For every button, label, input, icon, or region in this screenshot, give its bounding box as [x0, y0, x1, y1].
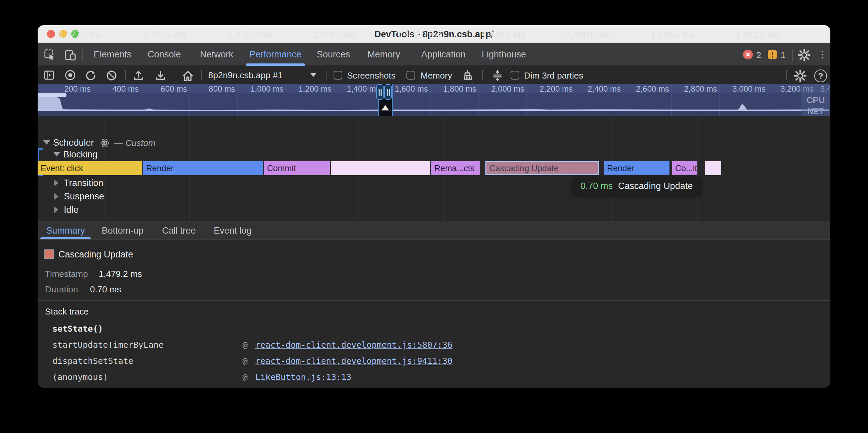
- tab-elements[interactable]: Elements: [91, 43, 134, 66]
- summary-timestamp-value: 1,479.2 ms: [99, 269, 142, 279]
- event-color-swatch: [44, 249, 54, 259]
- tab-lighthouse[interactable]: Lighthouse: [479, 43, 529, 66]
- download-profile-icon[interactable]: [155, 69, 166, 83]
- track-scheduler-note: — Custom: [114, 138, 156, 148]
- flame-bar-remaining-effects[interactable]: Rema...cts: [431, 161, 480, 175]
- devtools-window: DevTools - 8p2n9n.csb.app/ Elements Cons…: [38, 25, 830, 388]
- track-selection-bracket-top: [38, 148, 43, 150]
- bottom-panel-tabbar: Summary Bottom-up Call tree Event log: [38, 222, 830, 240]
- tooltip-label: Cascading Update: [618, 181, 693, 191]
- target-select-caret-icon[interactable]: [310, 73, 316, 77]
- event-tooltip: 0.70 msCascading Update: [573, 177, 700, 195]
- flame-bar-lavender[interactable]: [331, 161, 430, 175]
- stack-frame-fn: dispatchSetState: [53, 356, 133, 366]
- toolbar-separator: [174, 70, 174, 80]
- transition-expand-icon[interactable]: [54, 179, 58, 187]
- stack-frame-fn: startUpdateTimerByLane: [53, 340, 163, 350]
- track-transition-label[interactable]: Transition: [64, 177, 103, 189]
- track-idle-label[interactable]: Idle: [64, 204, 79, 215]
- ruler-tick: 1,480.0 ms: [535, 25, 610, 44]
- suspense-expand-icon[interactable]: [54, 193, 58, 200]
- ruler-tick: 1,479.0 ms: [366, 25, 440, 44]
- tab-console[interactable]: Console: [145, 43, 184, 66]
- error-count[interactable]: 2: [756, 51, 761, 60]
- ruler-tick: 1,478.0 ms: [196, 25, 271, 44]
- source-link[interactable]: react-dom-client.development.js:9411:30: [255, 356, 453, 366]
- device-toolbar-icon[interactable]: [64, 49, 76, 63]
- flame-bar-lavender-2[interactable]: [705, 161, 721, 175]
- memory-checkbox[interactable]: [406, 71, 415, 79]
- tab-performance[interactable]: Performance: [245, 43, 306, 66]
- idle-expand-icon[interactable]: [54, 206, 58, 213]
- ruler-tick: 1,480.5 ms: [620, 25, 694, 44]
- tab-memory[interactable]: Memory: [361, 43, 406, 66]
- memory-label[interactable]: Memory: [421, 70, 452, 81]
- ruler-tick: 1,478.5 ms: [281, 25, 356, 44]
- inspect-element-icon[interactable]: [44, 49, 56, 63]
- summary-event-title: Cascading Update: [58, 249, 133, 260]
- tooltip-duration: 0.70 ms: [581, 181, 613, 191]
- toolbar-separator-right: [786, 70, 787, 80]
- toggle-sidebar-icon[interactable]: [43, 69, 55, 82]
- flame-bar-commit[interactable]: Commit: [264, 161, 330, 175]
- tab-network[interactable]: Network: [195, 43, 239, 66]
- stack-frame-at: @: [243, 340, 248, 350]
- capture-settings-gear-icon[interactable]: [794, 69, 807, 84]
- stack-divider: [38, 300, 830, 301]
- screenshots-label[interactable]: Screenshots: [347, 70, 396, 81]
- more-options-icon[interactable]: [822, 49, 823, 60]
- toolbar-separator: [201, 70, 202, 80]
- ruler-tick: 1,477.5 ms: [112, 25, 186, 44]
- tab-call-tree[interactable]: Call tree: [160, 222, 198, 240]
- summary-timestamp-label: Timestamp: [45, 269, 88, 279]
- stack-trace-title: Stack trace: [45, 306, 89, 317]
- source-link[interactable]: react-dom-client.development.js:5807:36: [255, 340, 453, 350]
- screenshots-checkbox[interactable]: [334, 71, 342, 79]
- source-link[interactable]: LikeButton.js:13:13: [255, 372, 351, 382]
- flame-bar-event-click[interactable]: Event: click: [38, 161, 142, 175]
- clear-icon[interactable]: [105, 69, 118, 83]
- stack-frame-fn: setState(): [53, 324, 103, 334]
- ruler-tick: 1,477.0 ms: [38, 25, 102, 44]
- ruler-tick: 1,481.0 ms: [705, 25, 779, 44]
- reload-record-icon[interactable]: [85, 69, 97, 83]
- toolbar-separator: [125, 70, 126, 80]
- summary-tab-underline: [40, 237, 91, 239]
- dim-3rd-parties-label[interactable]: Dim 3rd parties: [524, 70, 583, 81]
- record-icon[interactable]: [65, 70, 75, 80]
- selection-cpu-bump: [381, 105, 389, 110]
- stack-frame-location: LikeButton.js:13:13: [255, 372, 351, 382]
- flame-bar-render[interactable]: Render: [143, 161, 263, 175]
- blocking-collapse-icon[interactable]: [53, 152, 60, 157]
- upload-profile-icon[interactable]: [132, 69, 145, 83]
- toolbar-separator: [326, 70, 327, 80]
- issues-icon[interactable]: [768, 50, 777, 59]
- collect-garbage-brush-icon[interactable]: [462, 69, 474, 83]
- tab-application[interactable]: Application: [416, 43, 470, 66]
- tab-event-log[interactable]: Event log: [212, 222, 254, 240]
- track-suspense-label[interactable]: Suspense: [64, 191, 104, 202]
- summary-duration-label: Duration: [45, 284, 78, 295]
- flame-bar-cascading-update[interactable]: Cascading Update: [486, 161, 599, 175]
- track-blocking-label[interactable]: Blocking: [63, 149, 97, 160]
- selection-left-handle[interactable]: [376, 84, 383, 100]
- issue-count[interactable]: 1: [781, 51, 785, 60]
- home-icon[interactable]: [181, 69, 194, 83]
- tabbar-separator: [82, 49, 83, 61]
- scheduler-collapse-icon[interactable]: [43, 140, 51, 145]
- dim-3rd-parties-checkbox[interactable]: [510, 71, 519, 79]
- tab-bottom-up[interactable]: Bottom-up: [99, 222, 146, 240]
- target-select[interactable]: 8p2n9n.csb.app #1: [208, 70, 282, 80]
- tab-sources[interactable]: Sources: [314, 43, 353, 66]
- help-icon[interactable]: ?: [814, 69, 827, 82]
- flame-bar-commit-2[interactable]: Co...it: [672, 161, 698, 175]
- timeline-overview[interactable]: 200 ms 400 ms 600 ms 800 ms 1,000 ms 1,2…: [38, 84, 830, 116]
- collapse-expand-icon[interactable]: [491, 69, 504, 83]
- selection-right-handle[interactable]: [384, 84, 392, 100]
- flame-bar-render-2[interactable]: Render: [604, 161, 670, 175]
- track-scheduler-label[interactable]: Scheduler: [53, 137, 94, 148]
- stack-frame-location: react-dom-client.development.js:9411:30: [255, 356, 453, 366]
- error-count-icon[interactable]: [743, 50, 753, 59]
- zoomed-ruler[interactable]: [38, 116, 830, 134]
- settings-gear-icon[interactable]: [798, 48, 811, 63]
